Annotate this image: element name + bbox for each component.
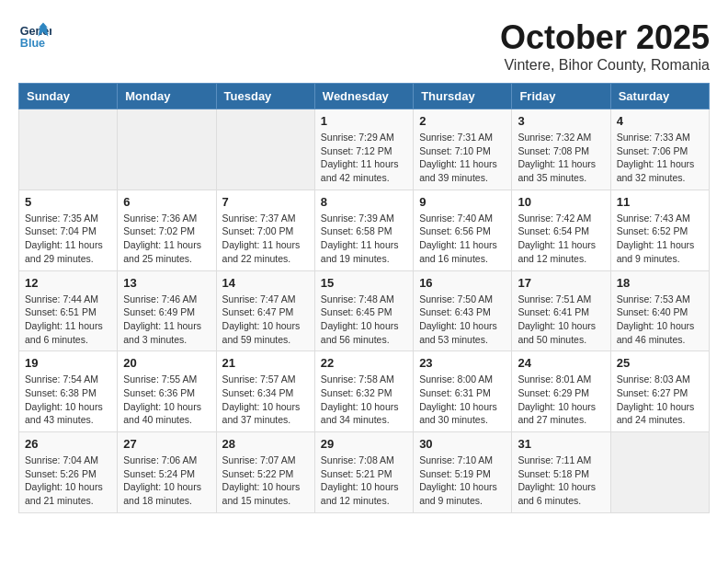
calendar-cell: 21Sunrise: 7:57 AM Sunset: 6:34 PM Dayli… [216,351,314,432]
calendar-cell: 4Sunrise: 7:33 AM Sunset: 7:06 PM Daylig… [610,109,709,190]
day-number: 9 [419,195,506,209]
calendar-cell: 6Sunrise: 7:36 AM Sunset: 7:02 PM Daylig… [118,190,216,270]
day-info: Sunrise: 7:11 AM Sunset: 5:18 PM Dayligh… [518,454,604,508]
calendar-cell: 30Sunrise: 7:10 AM Sunset: 5:19 PM Dayli… [414,432,512,513]
day-info: Sunrise: 7:07 AM Sunset: 5:22 PM Dayligh… [222,454,309,508]
logo: General Blue [18,18,51,52]
day-number: 13 [123,276,210,290]
day-number: 11 [617,195,703,209]
day-info: Sunrise: 7:44 AM Sunset: 6:51 PM Dayligh… [25,293,111,347]
day-number: 25 [617,356,703,370]
day-info: Sunrise: 7:08 AM Sunset: 5:21 PM Dayligh… [321,454,407,508]
day-number: 27 [123,437,210,451]
day-info: Sunrise: 7:39 AM Sunset: 6:58 PM Dayligh… [321,212,407,266]
calendar-cell: 20Sunrise: 7:55 AM Sunset: 6:36 PM Dayli… [118,351,216,432]
calendar-cell: 13Sunrise: 7:46 AM Sunset: 6:49 PM Dayli… [118,270,216,351]
day-info: Sunrise: 7:54 AM Sunset: 6:38 PM Dayligh… [25,373,111,427]
day-number: 20 [123,356,210,370]
calendar-cell: 12Sunrise: 7:44 AM Sunset: 6:51 PM Dayli… [19,270,118,351]
weekday-header-row: SundayMondayTuesdayWednesdayThursdayFrid… [19,84,710,109]
day-info: Sunrise: 7:40 AM Sunset: 6:56 PM Dayligh… [419,212,506,266]
calendar-cell: 19Sunrise: 7:54 AM Sunset: 6:38 PM Dayli… [19,351,118,432]
calendar-week-5: 26Sunrise: 7:04 AM Sunset: 5:26 PM Dayli… [19,432,710,513]
day-info: Sunrise: 7:50 AM Sunset: 6:43 PM Dayligh… [419,293,506,347]
day-info: Sunrise: 7:42 AM Sunset: 6:54 PM Dayligh… [518,212,604,266]
day-info: Sunrise: 8:00 AM Sunset: 6:31 PM Dayligh… [419,373,506,427]
calendar-cell: 11Sunrise: 7:43 AM Sunset: 6:52 PM Dayli… [610,190,709,270]
weekday-header-thursday: Thursday [414,84,512,109]
calendar-cell: 31Sunrise: 7:11 AM Sunset: 5:18 PM Dayli… [512,432,610,513]
logo-icon: General Blue [18,18,51,52]
day-info: Sunrise: 7:58 AM Sunset: 6:32 PM Dayligh… [321,373,407,427]
calendar-cell: 26Sunrise: 7:04 AM Sunset: 5:26 PM Dayli… [19,432,118,513]
calendar-cell: 2Sunrise: 7:31 AM Sunset: 7:10 PM Daylig… [414,109,512,190]
day-info: Sunrise: 7:46 AM Sunset: 6:49 PM Dayligh… [123,293,210,347]
calendar-cell: 18Sunrise: 7:53 AM Sunset: 6:40 PM Dayli… [610,270,709,351]
day-info: Sunrise: 7:29 AM Sunset: 7:12 PM Dayligh… [321,131,407,185]
day-number: 17 [518,276,604,290]
day-number: 8 [321,195,407,209]
day-info: Sunrise: 7:04 AM Sunset: 5:26 PM Dayligh… [25,454,111,508]
calendar-week-2: 5Sunrise: 7:35 AM Sunset: 7:04 PM Daylig… [19,190,710,270]
calendar-cell: 1Sunrise: 7:29 AM Sunset: 7:12 PM Daylig… [314,109,413,190]
weekday-header-saturday: Saturday [610,84,709,109]
weekday-header-wednesday: Wednesday [314,84,413,109]
day-info: Sunrise: 7:43 AM Sunset: 6:52 PM Dayligh… [617,212,703,266]
calendar-cell [19,109,118,190]
day-number: 15 [321,276,407,290]
day-number: 14 [222,276,309,290]
day-number: 18 [617,276,703,290]
day-info: Sunrise: 7:32 AM Sunset: 7:08 PM Dayligh… [518,131,604,185]
calendar-week-3: 12Sunrise: 7:44 AM Sunset: 6:51 PM Dayli… [19,270,710,351]
calendar-cell: 17Sunrise: 7:51 AM Sunset: 6:41 PM Dayli… [512,270,610,351]
weekday-header-monday: Monday [118,84,216,109]
day-number: 1 [321,114,407,128]
day-number: 4 [617,114,703,128]
day-number: 22 [321,356,407,370]
day-number: 10 [518,195,604,209]
day-info: Sunrise: 8:03 AM Sunset: 6:27 PM Dayligh… [617,373,703,427]
day-number: 26 [25,437,111,451]
calendar-cell [610,432,709,513]
calendar-cell: 14Sunrise: 7:47 AM Sunset: 6:47 PM Dayli… [216,270,314,351]
day-number: 30 [419,437,506,451]
calendar-cell [118,109,216,190]
day-number: 7 [222,195,309,209]
day-info: Sunrise: 7:31 AM Sunset: 7:10 PM Dayligh… [419,131,506,185]
day-info: Sunrise: 7:35 AM Sunset: 7:04 PM Dayligh… [25,212,111,266]
weekday-header-sunday: Sunday [19,84,118,109]
day-number: 23 [419,356,506,370]
day-info: Sunrise: 7:47 AM Sunset: 6:47 PM Dayligh… [222,293,309,347]
day-number: 3 [518,114,604,128]
calendar-table: SundayMondayTuesdayWednesdayThursdayFrid… [18,83,710,513]
svg-text:Blue: Blue [20,37,45,50]
calendar-cell: 15Sunrise: 7:48 AM Sunset: 6:45 PM Dayli… [314,270,413,351]
day-number: 16 [419,276,506,290]
calendar-cell: 10Sunrise: 7:42 AM Sunset: 6:54 PM Dayli… [512,190,610,270]
page-header: General Blue October 2025 Vintere, Bihor… [18,18,710,74]
calendar-cell: 16Sunrise: 7:50 AM Sunset: 6:43 PM Dayli… [414,270,512,351]
day-number: 31 [518,437,604,451]
title-block: October 2025 Vintere, Bihor County, Roma… [500,18,710,74]
calendar-cell: 5Sunrise: 7:35 AM Sunset: 7:04 PM Daylig… [19,190,118,270]
day-number: 6 [123,195,210,209]
calendar-cell: 24Sunrise: 8:01 AM Sunset: 6:29 PM Dayli… [512,351,610,432]
calendar-cell: 9Sunrise: 7:40 AM Sunset: 6:56 PM Daylig… [414,190,512,270]
day-number: 2 [419,114,506,128]
calendar-cell: 7Sunrise: 7:37 AM Sunset: 7:00 PM Daylig… [216,190,314,270]
location-subtitle: Vintere, Bihor County, Romania [500,57,710,74]
day-number: 5 [25,195,111,209]
day-info: Sunrise: 7:55 AM Sunset: 6:36 PM Dayligh… [123,373,210,427]
day-info: Sunrise: 7:53 AM Sunset: 6:40 PM Dayligh… [617,293,703,347]
month-title: October 2025 [500,18,710,57]
day-info: Sunrise: 7:36 AM Sunset: 7:02 PM Dayligh… [123,212,210,266]
calendar-week-4: 19Sunrise: 7:54 AM Sunset: 6:38 PM Dayli… [19,351,710,432]
calendar-cell: 22Sunrise: 7:58 AM Sunset: 6:32 PM Dayli… [314,351,413,432]
day-number: 21 [222,356,309,370]
day-info: Sunrise: 7:37 AM Sunset: 7:00 PM Dayligh… [222,212,309,266]
day-info: Sunrise: 8:01 AM Sunset: 6:29 PM Dayligh… [518,373,604,427]
calendar-cell: 8Sunrise: 7:39 AM Sunset: 6:58 PM Daylig… [314,190,413,270]
calendar-cell: 28Sunrise: 7:07 AM Sunset: 5:22 PM Dayli… [216,432,314,513]
day-number: 29 [321,437,407,451]
day-info: Sunrise: 7:57 AM Sunset: 6:34 PM Dayligh… [222,373,309,427]
